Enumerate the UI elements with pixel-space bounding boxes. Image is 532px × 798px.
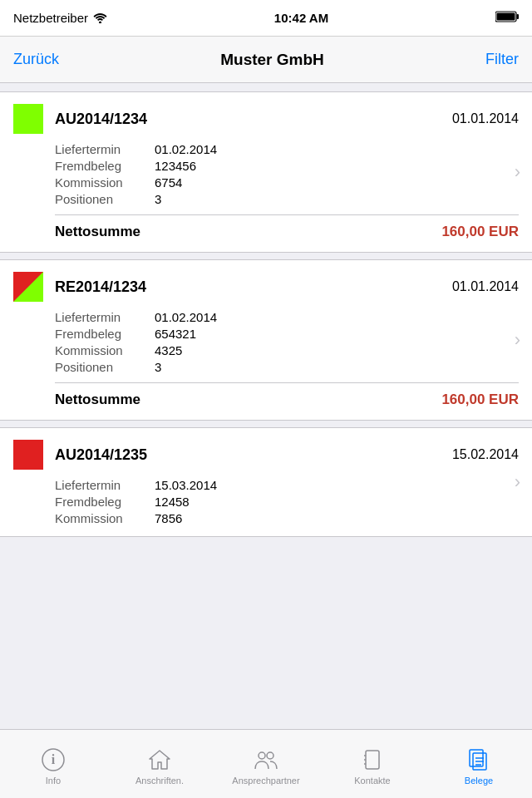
doc-number-1: AU2014/1234 [55,111,452,128]
kommission-value-1: 6754 [155,175,182,190]
liefertermin-label-2: Liefertermin [55,310,155,324]
doc-header-3: AU2014/1235 15.02.2014 [13,440,519,470]
liefertermin-value-2: 01.02.2014 [155,310,217,324]
doc-fremdbeleg-row-1: Fremdbeleg 123456 [55,159,519,173]
positionen-label: Positionen [55,192,155,206]
svg-rect-2 [516,14,519,19]
tab-anschriften-label: Anschriften. [135,776,184,786]
belege-tab-icon [466,747,491,772]
doc-kommission-row-2: Kommission 4325 [55,343,519,357]
kommission-value-3: 7856 [155,511,182,525]
chevron-right-icon-1: › [515,161,520,183]
nettosumme-value-1: 160,00 EUR [441,224,519,240]
doc-netto-row-2: Nettosumme 160,00 EUR [13,392,519,408]
doc-kommission-row-3: Kommission 7856 [55,511,519,525]
back-button[interactable]: Zurück [13,51,59,68]
doc-date-2: 01.01.2014 [452,279,519,294]
svg-rect-8 [366,751,379,769]
kommission-value-2: 4325 [155,343,182,357]
svg-point-6 [259,752,265,759]
doc-divider-2 [55,382,519,383]
nettosumme-value-2: 160,00 EUR [441,392,519,408]
doc-flag-green [13,104,43,134]
tab-anschriften[interactable]: Anschriften. [106,730,213,798]
status-time: 10:42 AM [274,11,328,25]
tab-bar: i Info Anschriften. Ansprechpartner Kont… [0,729,532,798]
tab-ansprechpartner-label: Ansprechpartner [232,776,299,786]
doc-fremdbeleg-row-2: Fremdbeleg 654321 [55,327,519,341]
svg-rect-3 [496,13,515,21]
doc-positionen-row-1: Positionen 3 [55,192,519,206]
filter-button[interactable]: Filter [485,51,519,68]
tab-ansprechpartner[interactable]: Ansprechpartner [213,730,319,798]
liefertermin-label: Liefertermin [55,142,155,156]
kommission-label-3: Kommission [55,511,155,525]
liefertermin-label-3: Liefertermin [55,478,155,492]
battery-icon [495,11,519,22]
doc-kommission-row-1: Kommission 6754 [55,175,519,190]
document-list: AU2014/1234 01.01.2014 Liefertermin 01.0… [0,83,532,729]
doc-liefertermin-row-3: Liefertermin 15.03.2014 [55,478,519,492]
tab-kontakte-label: Kontakte [354,776,390,786]
positionen-value-1: 3 [155,192,161,206]
doc-fields-1: Liefertermin 01.02.2014 Fremdbeleg 12345… [13,142,519,206]
svg-point-0 [99,22,101,24]
home-tab-icon [147,747,172,772]
positionen-value-2: 3 [155,360,161,374]
doc-liefertermin-row-1: Liefertermin 01.02.2014 [55,142,519,156]
doc-fields-3: Liefertermin 15.03.2014 Fremdbeleg 12458… [13,478,519,525]
fremdbeleg-label-3: Fremdbeleg [55,495,155,509]
liefertermin-value-3: 15.03.2014 [155,478,217,492]
doc-flag-red [13,440,43,470]
doc-fields-2: Liefertermin 01.02.2014 Fremdbeleg 65432… [13,310,519,374]
doc-divider-1 [55,214,519,215]
svg-text:i: i [52,752,56,766]
info-tab-icon: i [41,747,66,772]
wifi-icon [93,12,107,23]
tab-belege[interactable]: Belege [426,730,532,798]
doc-header-1: AU2014/1234 01.01.2014 [13,104,519,134]
doc-header-2: RE2014/1234 01.01.2014 [13,272,519,302]
kommission-label: Kommission [55,175,155,190]
tab-info[interactable]: i Info [0,730,106,798]
status-bar: Netzbetreiber 10:42 AM [0,0,532,37]
fremdbeleg-value-1: 123456 [155,159,196,173]
fremdbeleg-label-2: Fremdbeleg [55,327,155,341]
people-tab-icon [254,747,278,772]
doc-number-2: RE2014/1234 [55,278,452,296]
doc-card-1[interactable]: AU2014/1234 01.01.2014 Liefertermin 01.0… [0,91,532,253]
doc-positionen-row-2: Positionen 3 [55,360,519,374]
nettosumme-label-1: Nettosumme [55,224,441,240]
nettosumme-label-2: Nettosumme [55,392,441,408]
chevron-right-icon-3: › [515,471,520,493]
doc-fremdbeleg-row-3: Fremdbeleg 12458 [55,495,519,509]
liefertermin-value-1: 01.02.2014 [155,142,217,156]
fremdbeleg-label: Fremdbeleg [55,159,155,173]
doc-date-3: 15.02.2014 [452,447,519,462]
status-battery [495,11,519,25]
doc-liefertermin-row-2: Liefertermin 01.02.2014 [55,310,519,324]
tab-kontakte[interactable]: Kontakte [319,730,426,798]
nav-bar: Zurück Muster GmbH Filter [0,37,532,83]
tab-belege-label: Belege [465,776,493,786]
doc-number-3: AU2014/1235 [55,446,452,464]
doc-card-3[interactable]: AU2014/1235 15.02.2014 Liefertermin 15.0… [0,427,532,537]
positionen-label-2: Positionen [55,360,155,374]
contact-tab-icon [360,747,385,772]
page-title: Muster GmbH [220,51,324,69]
kommission-label-2: Kommission [55,343,155,357]
doc-netto-row-1: Nettosumme 160,00 EUR [13,224,519,240]
fremdbeleg-value-2: 654321 [155,327,196,341]
status-carrier: Netzbetreiber [13,11,107,25]
doc-card-2[interactable]: RE2014/1234 01.01.2014 Liefertermin 01.0… [0,259,532,421]
svg-point-7 [267,752,273,759]
doc-date-1: 01.01.2014 [452,111,519,126]
doc-flag-half [13,272,43,302]
chevron-right-icon-2: › [515,329,520,351]
tab-info-label: Info [46,776,61,786]
fremdbeleg-value-3: 12458 [155,495,190,509]
